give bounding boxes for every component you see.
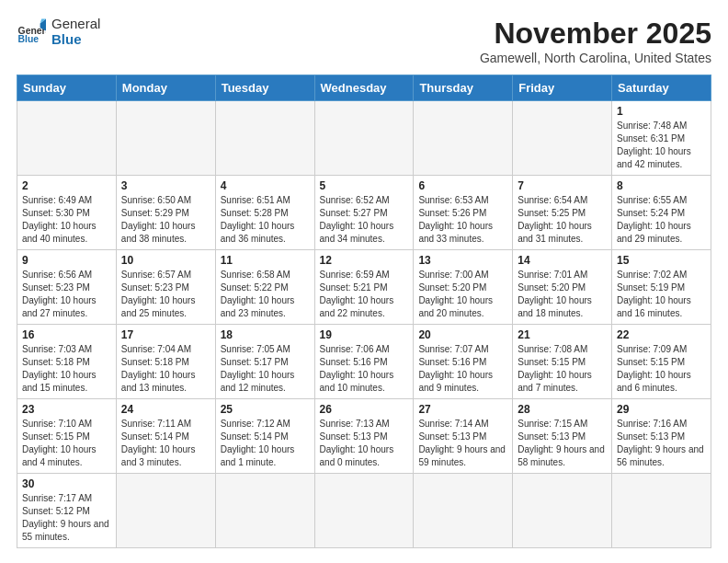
day-number: 2: [22, 179, 111, 192]
day-content: Sunrise: 7:02 AM Sunset: 5:19 PM Dayligh…: [617, 269, 706, 320]
table-row: 12Sunrise: 6:59 AM Sunset: 5:21 PM Dayli…: [314, 250, 414, 325]
day-content: Sunrise: 7:14 AM Sunset: 5:13 PM Dayligh…: [418, 418, 507, 469]
day-content: Sunrise: 7:03 AM Sunset: 5:18 PM Dayligh…: [22, 343, 111, 395]
day-content: Sunrise: 7:13 AM Sunset: 5:13 PM Dayligh…: [320, 418, 409, 469]
table-row: 28Sunrise: 7:15 AM Sunset: 5:13 PM Dayli…: [513, 399, 612, 474]
table-row: [414, 101, 513, 176]
day-content: Sunrise: 7:07 AM Sunset: 5:16 PM Dayligh…: [418, 343, 507, 395]
day-number: 26: [320, 403, 409, 416]
day-content: Sunrise: 6:50 AM Sunset: 5:29 PM Dayligh…: [121, 194, 210, 246]
table-row: 27Sunrise: 7:14 AM Sunset: 5:13 PM Dayli…: [414, 399, 513, 474]
table-row: [215, 101, 314, 176]
day-number: 11: [221, 254, 310, 267]
day-content: Sunrise: 6:52 AM Sunset: 5:27 PM Dayligh…: [320, 194, 409, 246]
day-number: 22: [617, 328, 706, 341]
day-number: 12: [320, 254, 409, 267]
day-number: 8: [617, 179, 706, 192]
calendar-header-row: Sunday Monday Tuesday Wednesday Thursday…: [17, 75, 711, 101]
title-block: November 2025 Gamewell, North Carolina, …: [480, 17, 711, 65]
day-number: 13: [418, 254, 507, 267]
page-header: General Blue General Blue November 2025 …: [17, 17, 711, 65]
table-row: [17, 101, 117, 176]
day-number: 18: [221, 328, 310, 341]
table-row: 5Sunrise: 6:52 AM Sunset: 5:27 PM Daylig…: [314, 176, 414, 250]
day-number: 16: [22, 328, 111, 341]
table-row: [314, 474, 414, 548]
table-row: 6Sunrise: 6:53 AM Sunset: 5:26 PM Daylig…: [414, 176, 513, 250]
table-row: [116, 474, 215, 548]
table-row: [414, 474, 513, 548]
table-row: 4Sunrise: 6:51 AM Sunset: 5:28 PM Daylig…: [215, 176, 314, 250]
day-number: 23: [22, 403, 111, 416]
table-row: 24Sunrise: 7:11 AM Sunset: 5:14 PM Dayli…: [116, 399, 215, 474]
day-number: 28: [518, 403, 607, 416]
day-number: 7: [518, 179, 607, 192]
col-sunday: Sunday: [17, 75, 117, 101]
day-number: 21: [518, 328, 607, 341]
table-row: 15Sunrise: 7:02 AM Sunset: 5:19 PM Dayli…: [612, 250, 711, 325]
svg-text:Blue: Blue: [18, 34, 40, 44]
day-number: 4: [221, 179, 310, 192]
table-row: 14Sunrise: 7:01 AM Sunset: 5:20 PM Dayli…: [513, 250, 612, 325]
day-number: 17: [121, 328, 210, 341]
table-row: 1Sunrise: 7:48 AM Sunset: 6:31 PM Daylig…: [612, 101, 711, 176]
table-row: 20Sunrise: 7:07 AM Sunset: 5:16 PM Dayli…: [414, 325, 513, 399]
day-content: Sunrise: 6:57 AM Sunset: 5:23 PM Dayligh…: [121, 269, 210, 320]
table-row: 26Sunrise: 7:13 AM Sunset: 5:13 PM Dayli…: [314, 399, 414, 474]
day-content: Sunrise: 7:04 AM Sunset: 5:18 PM Dayligh…: [121, 343, 210, 395]
calendar-table: Sunday Monday Tuesday Wednesday Thursday…: [17, 75, 711, 548]
table-row: 8Sunrise: 6:55 AM Sunset: 5:24 PM Daylig…: [612, 176, 711, 250]
day-content: Sunrise: 7:48 AM Sunset: 6:31 PM Dayligh…: [617, 120, 706, 171]
logo-blue-text: Blue: [51, 32, 100, 48]
day-content: Sunrise: 7:01 AM Sunset: 5:20 PM Dayligh…: [518, 269, 607, 320]
day-number: 27: [418, 403, 507, 416]
day-content: Sunrise: 7:08 AM Sunset: 5:15 PM Dayligh…: [518, 343, 607, 395]
col-monday: Monday: [116, 75, 215, 101]
table-row: 3Sunrise: 6:50 AM Sunset: 5:29 PM Daylig…: [116, 176, 215, 250]
day-number: 30: [22, 477, 111, 490]
logo-general-text: General: [51, 17, 100, 32]
day-content: Sunrise: 6:59 AM Sunset: 5:21 PM Dayligh…: [320, 269, 409, 320]
day-content: Sunrise: 6:56 AM Sunset: 5:23 PM Dayligh…: [22, 269, 111, 320]
day-content: Sunrise: 6:51 AM Sunset: 5:28 PM Dayligh…: [221, 194, 310, 246]
day-content: Sunrise: 7:17 AM Sunset: 5:12 PM Dayligh…: [22, 492, 111, 544]
day-content: Sunrise: 6:49 AM Sunset: 5:30 PM Dayligh…: [22, 194, 111, 246]
day-number: 29: [617, 403, 706, 416]
table-row: 18Sunrise: 7:05 AM Sunset: 5:17 PM Dayli…: [215, 325, 314, 399]
table-row: [513, 101, 612, 176]
table-row: 2Sunrise: 6:49 AM Sunset: 5:30 PM Daylig…: [17, 176, 117, 250]
table-row: 19Sunrise: 7:06 AM Sunset: 5:16 PM Dayli…: [314, 325, 414, 399]
day-number: 25: [221, 403, 310, 416]
day-number: 15: [617, 254, 706, 267]
day-number: 9: [22, 254, 111, 267]
day-content: Sunrise: 7:10 AM Sunset: 5:15 PM Dayligh…: [22, 418, 111, 469]
col-tuesday: Tuesday: [215, 75, 314, 101]
day-content: Sunrise: 6:54 AM Sunset: 5:25 PM Dayligh…: [518, 194, 607, 246]
day-number: 20: [418, 328, 507, 341]
day-number: 10: [121, 254, 210, 267]
day-content: Sunrise: 7:05 AM Sunset: 5:17 PM Dayligh…: [221, 343, 310, 395]
day-content: Sunrise: 7:16 AM Sunset: 5:13 PM Dayligh…: [617, 418, 706, 469]
day-number: 1: [617, 105, 706, 118]
table-row: [612, 474, 711, 548]
day-number: 19: [320, 328, 409, 341]
table-row: [116, 101, 215, 176]
table-row: 30Sunrise: 7:17 AM Sunset: 5:12 PM Dayli…: [17, 474, 117, 548]
table-row: 25Sunrise: 7:12 AM Sunset: 5:14 PM Dayli…: [215, 399, 314, 474]
col-wednesday: Wednesday: [314, 75, 414, 101]
table-row: 11Sunrise: 6:58 AM Sunset: 5:22 PM Dayli…: [215, 250, 314, 325]
day-content: Sunrise: 6:55 AM Sunset: 5:24 PM Dayligh…: [617, 194, 706, 246]
day-number: 3: [121, 179, 210, 192]
month-title: November 2025: [480, 17, 711, 51]
table-row: 23Sunrise: 7:10 AM Sunset: 5:15 PM Dayli…: [17, 399, 117, 474]
col-friday: Friday: [513, 75, 612, 101]
table-row: 10Sunrise: 6:57 AM Sunset: 5:23 PM Dayli…: [116, 250, 215, 325]
day-content: Sunrise: 7:06 AM Sunset: 5:16 PM Dayligh…: [320, 343, 409, 395]
logo-icon: General Blue: [17, 17, 46, 47]
table-row: 9Sunrise: 6:56 AM Sunset: 5:23 PM Daylig…: [17, 250, 117, 325]
day-number: 6: [418, 179, 507, 192]
logo: General Blue General Blue: [17, 17, 100, 47]
table-row: [215, 474, 314, 548]
day-number: 5: [320, 179, 409, 192]
day-content: Sunrise: 7:11 AM Sunset: 5:14 PM Dayligh…: [121, 418, 210, 469]
